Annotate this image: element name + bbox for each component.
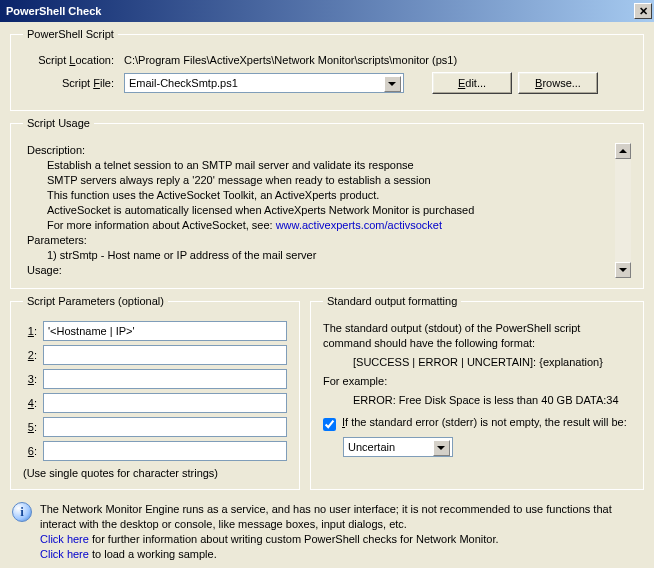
standard-output-group: Standard output formatting The standard … bbox=[310, 295, 644, 490]
stdout-line1: The standard output (stdout) of the Powe… bbox=[323, 321, 631, 351]
info-line1: The Network Monitor Engine runs as a ser… bbox=[40, 502, 642, 532]
usage-d4: ActiveSocket is automatically licensed w… bbox=[27, 203, 613, 218]
usage-d5-pre: For more information about ActiveSocket,… bbox=[47, 219, 276, 231]
param-5-label: 5: bbox=[23, 421, 37, 433]
param-4-label: 4: bbox=[23, 397, 37, 409]
stdout-example: ERROR: Free Disk Space is less than 40 G… bbox=[323, 393, 631, 408]
activesocket-link[interactable]: www.activexperts.com/activsocket bbox=[276, 219, 442, 231]
info-link-2[interactable]: Click here bbox=[40, 548, 89, 560]
param-4-input[interactable] bbox=[43, 393, 287, 413]
script-location-value: C:\Program Files\ActiveXperts\Network Mo… bbox=[124, 54, 631, 66]
stderr-label: If the standard error (stderr) is not em… bbox=[342, 416, 627, 428]
window-title: PowerShell Check bbox=[6, 5, 634, 17]
info-link2-post: to load a working sample. bbox=[89, 548, 217, 560]
script-location-label: Script Location: bbox=[23, 54, 118, 66]
param-6-input[interactable] bbox=[43, 441, 287, 461]
info-link-1[interactable]: Click here bbox=[40, 533, 89, 545]
edit-button[interactable]: Edit... bbox=[432, 72, 512, 94]
dialog-body: PowerShell Script Script Location: C:\Pr… bbox=[0, 22, 654, 568]
scroll-down-icon[interactable] bbox=[615, 262, 631, 278]
powershell-script-legend: PowerShell Script bbox=[23, 28, 118, 40]
param-1-label: 1: bbox=[23, 325, 37, 337]
browse-button[interactable]: Browse... bbox=[518, 72, 598, 94]
info-icon: i bbox=[12, 502, 32, 522]
usage-d5: For more information about ActiveSocket,… bbox=[27, 218, 613, 233]
info-text: The Network Monitor Engine runs as a ser… bbox=[40, 502, 642, 562]
param-hint: (Use single quotes for character strings… bbox=[23, 467, 287, 479]
standard-output-legend: Standard output formatting bbox=[323, 295, 461, 307]
script-usage-legend: Script Usage bbox=[23, 117, 94, 129]
close-icon[interactable]: ✕ bbox=[634, 3, 652, 19]
info-link1-post: for further information about writing cu… bbox=[89, 533, 499, 545]
param-1-input[interactable] bbox=[43, 321, 287, 341]
usage-d2: SMTP servers always reply a '220' messag… bbox=[27, 173, 613, 188]
powershell-script-group: PowerShell Script Script Location: C:\Pr… bbox=[10, 28, 644, 111]
script-usage-group: Script Usage Description: Establish a te… bbox=[10, 117, 644, 289]
script-parameters-legend: Script Parameters (optional) bbox=[23, 295, 168, 307]
stderr-checkbox[interactable] bbox=[323, 418, 336, 431]
usage-usage-label: Usage: bbox=[27, 263, 613, 278]
param-2-label: 2: bbox=[23, 349, 37, 361]
param-2-input[interactable] bbox=[43, 345, 287, 365]
script-parameters-group: Script Parameters (optional) 1: 2: 3: 4:… bbox=[10, 295, 300, 490]
script-file-select[interactable] bbox=[124, 73, 404, 93]
param-6-label: 6: bbox=[23, 445, 37, 457]
usage-d3: This function uses the ActiveSocket Tool… bbox=[27, 188, 613, 203]
usage-description-label: Description: bbox=[27, 143, 613, 158]
script-usage-text: Description: Establish a telnet session … bbox=[23, 143, 631, 278]
usage-p1: 1) strSmtp - Host name or IP address of … bbox=[27, 248, 613, 263]
script-file-label: Script File: bbox=[23, 77, 118, 89]
param-3-input[interactable] bbox=[43, 369, 287, 389]
stdout-example-label: For example: bbox=[323, 374, 631, 389]
param-5-input[interactable] bbox=[43, 417, 287, 437]
stderr-result-select[interactable] bbox=[343, 437, 453, 457]
usage-params-label: Parameters: bbox=[27, 233, 613, 248]
scroll-up-icon[interactable] bbox=[615, 143, 631, 159]
param-3-label: 3: bbox=[23, 373, 37, 385]
titlebar: PowerShell Check ✕ bbox=[0, 0, 654, 22]
usage-d1: Establish a telnet session to an SMTP ma… bbox=[27, 158, 613, 173]
stdout-format: [SUCCESS | ERROR | UNCERTAIN]: {explanat… bbox=[323, 355, 631, 370]
scroll-track[interactable] bbox=[615, 159, 631, 262]
usage-scrollbar[interactable] bbox=[615, 143, 631, 278]
